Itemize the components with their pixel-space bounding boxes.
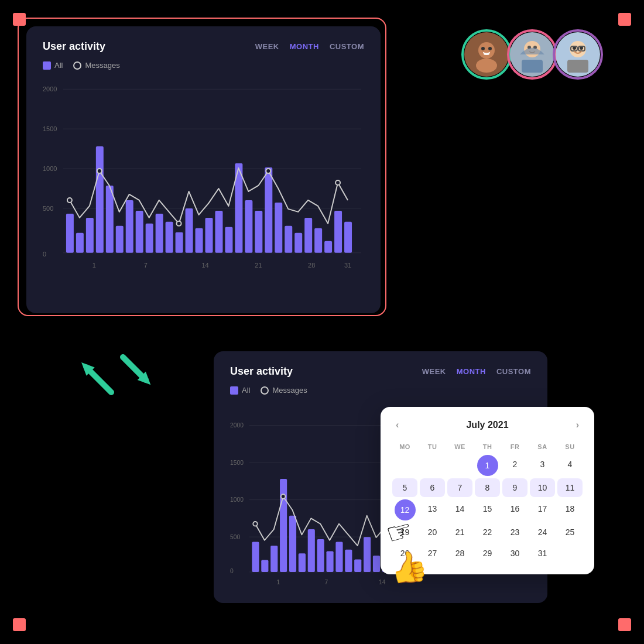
cal-day-24[interactable]: 24 <box>530 523 555 542</box>
cal-day-15[interactable]: 15 <box>475 499 500 520</box>
cal-day-9[interactable]: 9 <box>502 478 527 497</box>
svg-rect-88 <box>261 560 268 572</box>
cal-day-6[interactable]: 6 <box>420 478 445 497</box>
svg-rect-18 <box>146 224 153 253</box>
cal-day-18[interactable]: 18 <box>557 499 583 520</box>
avatar-2-border <box>507 29 557 80</box>
bottom-legend-all-label: All <box>242 386 250 395</box>
svg-text:14: 14 <box>379 579 386 585</box>
svg-text:2000: 2000 <box>230 422 244 429</box>
chart-tabs: WEEK MONTH CUSTOM <box>255 42 364 51</box>
cal-day-25[interactable]: 25 <box>557 523 583 542</box>
svg-rect-26 <box>225 227 232 253</box>
svg-rect-20 <box>166 222 173 253</box>
legend-bar-icon <box>43 61 51 70</box>
cal-day-30[interactable]: 30 <box>502 544 527 563</box>
svg-rect-21 <box>176 232 183 253</box>
legend-messages-label: Messages <box>85 61 119 70</box>
legend-messages: Messages <box>73 61 119 70</box>
handle-bottom-right[interactable] <box>618 618 631 631</box>
calendar-prev[interactable]: ‹ <box>392 419 402 431</box>
cal-day-21[interactable]: 21 <box>447 523 472 542</box>
bottom-legend-dot-icon <box>261 386 269 395</box>
svg-rect-61 <box>522 60 543 73</box>
handle-top-right[interactable] <box>618 13 631 26</box>
avatar-3 <box>553 29 603 80</box>
cal-day-7[interactable]: 7 <box>447 478 472 497</box>
svg-rect-100 <box>373 556 380 572</box>
svg-rect-36 <box>324 241 332 253</box>
day-header-fr: FR <box>502 441 527 453</box>
bottom-chart-header: User activity WEEK MONTH CUSTOM <box>230 365 531 378</box>
bottom-tab-month[interactable]: MONTH <box>457 367 486 376</box>
bottom-tab-custom[interactable]: CUSTOM <box>496 367 531 376</box>
day-header-mo: MO <box>392 441 417 453</box>
svg-rect-24 <box>205 218 213 253</box>
cal-day-4[interactable]: 4 <box>557 455 583 476</box>
svg-rect-93 <box>308 529 315 572</box>
svg-rect-96 <box>335 542 342 572</box>
tab-month[interactable]: MONTH <box>290 42 319 51</box>
calendar-month-year: July 2021 <box>466 420 508 430</box>
svg-point-43 <box>335 180 340 185</box>
cal-day-11[interactable]: 11 <box>557 478 583 497</box>
svg-rect-37 <box>334 211 342 253</box>
cal-day-13[interactable]: 13 <box>420 499 445 520</box>
bottom-legend-messages: Messages <box>261 386 307 395</box>
bottom-legend-bar-icon <box>230 386 238 395</box>
cal-day-29[interactable]: 29 <box>475 544 500 563</box>
cal-day-31[interactable]: 31 <box>530 544 555 563</box>
svg-rect-57 <box>484 53 489 55</box>
cal-day-5[interactable]: 5 <box>392 478 417 497</box>
svg-point-53 <box>478 42 495 59</box>
bottom-tab-week[interactable]: WEEK <box>422 367 446 376</box>
cal-day-empty-3 <box>447 455 472 476</box>
svg-rect-90 <box>280 479 287 572</box>
svg-rect-38 <box>344 222 352 253</box>
cal-day-8[interactable]: 8 <box>475 478 500 497</box>
calendar-next[interactable]: › <box>573 419 583 431</box>
svg-rect-19 <box>156 214 163 253</box>
avatar-1-border <box>461 29 512 80</box>
svg-rect-31 <box>275 203 282 253</box>
legend-all: All <box>43 61 63 70</box>
avatar-group <box>461 29 603 80</box>
svg-rect-16 <box>126 200 133 253</box>
cal-day-14[interactable]: 14 <box>447 499 472 520</box>
svg-rect-33 <box>294 233 302 253</box>
cal-day-16[interactable]: 16 <box>502 499 527 520</box>
tab-week[interactable]: WEEK <box>255 42 279 51</box>
svg-point-54 <box>476 59 497 73</box>
svg-rect-28 <box>245 200 252 253</box>
svg-rect-13 <box>96 146 104 253</box>
svg-rect-95 <box>326 551 333 572</box>
bottom-legend-messages-label: Messages <box>272 386 307 395</box>
cal-day-1[interactable]: 1 <box>477 455 498 476</box>
svg-point-41 <box>177 221 181 226</box>
handle-bottom-left[interactable] <box>13 618 26 631</box>
cal-day-2[interactable]: 2 <box>502 455 527 476</box>
cal-day-28[interactable]: 28 <box>447 544 472 563</box>
handle-top-left[interactable] <box>13 13 26 26</box>
cal-day-20[interactable]: 20 <box>420 523 445 542</box>
cal-day-23[interactable]: 23 <box>502 523 527 542</box>
svg-text:1: 1 <box>276 579 280 585</box>
chart-title: User activity <box>43 40 105 53</box>
svg-text:1000: 1000 <box>230 496 244 503</box>
cal-day-3[interactable]: 3 <box>530 455 555 476</box>
svg-rect-32 <box>285 226 292 253</box>
svg-rect-34 <box>304 218 312 253</box>
cal-day-22[interactable]: 22 <box>475 523 500 542</box>
svg-text:1500: 1500 <box>43 125 57 132</box>
resize-arrow <box>76 334 158 416</box>
svg-rect-30 <box>265 167 272 253</box>
day-header-sa: SA <box>530 441 555 453</box>
tab-custom[interactable]: CUSTOM <box>330 42 364 51</box>
svg-rect-89 <box>270 546 278 572</box>
cal-day-10[interactable]: 10 <box>530 478 555 497</box>
svg-point-114 <box>281 494 285 498</box>
avatar-1 <box>461 29 512 80</box>
bottom-chart-title: User activity <box>230 365 293 378</box>
cal-day-17[interactable]: 17 <box>530 499 555 520</box>
calendar-header: ‹ July 2021 › <box>392 419 583 431</box>
